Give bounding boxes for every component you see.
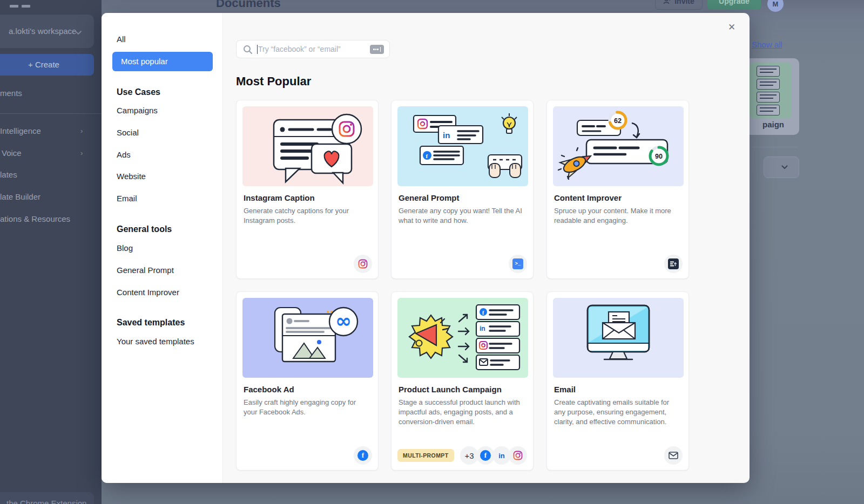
chevron-down-icon xyxy=(75,28,82,37)
card-title: Email xyxy=(554,385,576,394)
chevron-down-icon xyxy=(781,165,788,169)
card-title: Content Improver xyxy=(554,193,622,202)
chevron-right-icon: › xyxy=(80,126,83,137)
content-improver-icon xyxy=(664,255,683,273)
template-card-product-launch-campaign[interactable]: f in Product Launch Campaign Stage a suc… xyxy=(391,291,534,471)
close-button[interactable]: ✕ xyxy=(726,22,738,33)
sidebar-item-integrations-resources[interactable]: ations & Resources xyxy=(0,214,70,224)
instagram-icon xyxy=(354,255,372,273)
mini-card xyxy=(757,105,780,115)
instagram-caption-illustration xyxy=(242,106,373,186)
template-card-general-prompt[interactable]: in f General Prompt Generate any copy yo… xyxy=(391,100,534,279)
general-prompt-illustration: in f xyxy=(397,106,528,186)
facebook-icon: f xyxy=(476,446,495,465)
card-description: Easily craft highly engaging copy for yo… xyxy=(244,398,369,417)
text-cursor xyxy=(257,45,258,54)
template-card-content-improver[interactable]: 62 90 Content Improver Spru xyxy=(546,100,689,279)
workspace-name: a.lokti's workspace xyxy=(9,26,76,36)
more-count-badge: +3 xyxy=(460,446,478,465)
sidebar-item-templates[interactable]: lates xyxy=(0,169,17,180)
sidebar-item-template-builder[interactable]: late Builder xyxy=(0,192,40,202)
instagram-icon xyxy=(509,446,527,465)
mini-card xyxy=(757,79,780,90)
create-button[interactable]: + Create xyxy=(0,54,94,76)
template-card-email[interactable]: Email Create captivating emails suitable… xyxy=(546,291,689,471)
nav-item-most-popular[interactable]: Most popular xyxy=(112,52,213,71)
workspace-selector[interactable]: a.lokti's workspace xyxy=(0,15,94,48)
search-shortcut-badge[interactable] xyxy=(370,45,384,54)
sidebar: a.lokti's workspace + Create ments Intel… xyxy=(0,0,102,504)
facebook-icon: f xyxy=(354,446,372,465)
nav-header-general-tools: General tools xyxy=(117,223,172,235)
user-avatar[interactable]: M xyxy=(767,0,784,12)
app-logo xyxy=(10,0,42,3)
chrome-extension-panel[interactable]: the Chrome Extension xyxy=(0,492,94,504)
nav-item-blog[interactable]: Blog xyxy=(117,242,133,254)
sidebar-item-documents[interactable]: ments xyxy=(0,88,22,99)
svg-text:in: in xyxy=(443,131,450,140)
sidebar-divider xyxy=(0,113,102,114)
nav-item-all[interactable]: All xyxy=(117,33,126,45)
nav-item-your-saved-templates[interactable]: Your saved templates xyxy=(117,336,194,348)
chrome-extension-label: the Chrome Extension xyxy=(6,499,86,504)
search-input[interactable] xyxy=(258,41,361,57)
svg-text:∞: ∞ xyxy=(335,310,352,332)
facebook-ad-illustration: ∞ xyxy=(242,298,373,378)
mini-card xyxy=(757,92,780,103)
search-bar xyxy=(236,40,390,58)
nav-item-campaigns[interactable]: Campaigns xyxy=(117,105,158,117)
nav-item-ads[interactable]: Ads xyxy=(117,149,131,161)
mini-card xyxy=(757,66,780,77)
templates-modal: All Most popular Use Cases Campaigns Soc… xyxy=(102,13,750,483)
modal-nav: All Most popular Use Cases Campaigns Soc… xyxy=(102,13,223,483)
page-title: Documents xyxy=(216,0,281,10)
background-template-card[interactable]: paign xyxy=(745,58,799,135)
close-icon: ✕ xyxy=(728,22,735,32)
invite-button[interactable]: Invite xyxy=(655,0,703,10)
sidebar-item-voice[interactable]: Voice› xyxy=(2,148,92,159)
person-add-icon xyxy=(663,0,671,6)
chevron-right-icon: › xyxy=(80,148,83,159)
nav-header-saved-templates: Saved templates xyxy=(117,317,185,329)
background-dropdown[interactable] xyxy=(764,156,799,178)
divider xyxy=(752,147,798,147)
card-title: Instagram Caption xyxy=(244,193,315,202)
nav-header-use-cases: Use Cases xyxy=(117,86,160,98)
card-title: Facebook Ad xyxy=(244,385,294,394)
app-root: { "page": { "title": "Documents", "show_… xyxy=(0,0,864,504)
show-all-link[interactable]: Show all xyxy=(752,40,782,49)
email-illustration xyxy=(553,298,684,378)
template-card-instagram-caption[interactable]: Instagram Caption Generate catchy captio… xyxy=(236,100,379,279)
content-improver-illustration: 62 90 xyxy=(553,106,684,186)
nav-item-website[interactable]: Website xyxy=(117,171,146,182)
card-title: General Prompt xyxy=(399,193,460,202)
product-launch-illustration: f in xyxy=(397,298,528,378)
search-icon xyxy=(243,45,253,55)
invite-label: Invite xyxy=(674,0,694,5)
section-heading: Most Popular xyxy=(236,74,311,88)
multi-prompt-badge: MULTI-PROMPT xyxy=(397,449,454,462)
upgrade-button[interactable]: Upgrade xyxy=(707,0,761,10)
svg-text:90: 90 xyxy=(655,153,663,160)
nav-item-social[interactable]: Social xyxy=(117,127,139,139)
template-card-facebook-ad[interactable]: ∞ Facebook Ad Easily craft highly engagi… xyxy=(236,291,379,471)
card-description: Generate any copy you want! Tell the AI … xyxy=(399,206,524,226)
card-description: Generate catchy captions for your Instag… xyxy=(244,206,369,226)
card-description: Stage a successful product launch with i… xyxy=(399,398,524,427)
card-title: Product Launch Campaign xyxy=(399,385,502,394)
card-description: Create captivating emails suitable for a… xyxy=(554,398,679,427)
background-card-illustration xyxy=(750,63,792,119)
svg-text:62: 62 xyxy=(614,117,622,125)
envelope-icon xyxy=(664,446,683,465)
card-description: Spruce up your content. Make it more rea… xyxy=(554,206,679,226)
linkedin-icon: in xyxy=(492,446,511,465)
sidebar-item-intelligence[interactable]: Intelligence› xyxy=(0,126,92,137)
nav-item-content-improver[interactable]: Content Improver xyxy=(117,287,179,298)
nav-item-general-prompt[interactable]: General Prompt xyxy=(117,264,174,276)
nav-item-email[interactable]: Email xyxy=(117,193,137,205)
svg-text:in: in xyxy=(480,325,485,332)
svg-text:f: f xyxy=(426,153,428,159)
terminal-icon: >_ xyxy=(509,255,527,273)
background-card-label: paign xyxy=(762,120,784,129)
